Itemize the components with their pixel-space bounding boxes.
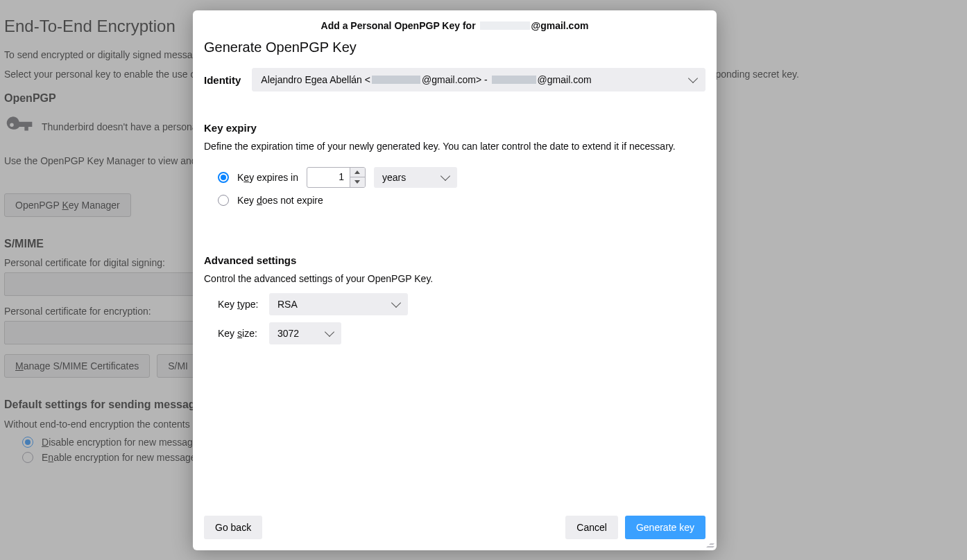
chevron-down-icon: [440, 171, 450, 181]
key-size-select[interactable]: 3072: [269, 322, 341, 344]
triangle-up-icon: [354, 170, 360, 174]
generate-key-dialog: Add a Personal OpenPGP Key for @gmail.co…: [193, 10, 717, 550]
identity-select-value: Alejandro Egea Abellán <@gmail.com> - @g…: [261, 74, 690, 85]
stepper-up-button[interactable]: [350, 168, 365, 178]
key-type-label: Key type:: [218, 299, 261, 310]
expiry-number-input[interactable]: 1: [307, 167, 366, 188]
stepper-down-button[interactable]: [350, 177, 365, 187]
resize-grip-icon[interactable]: [705, 539, 714, 548]
identity-select[interactable]: Alejandro Egea Abellán <@gmail.com> - @g…: [252, 68, 705, 91]
key-not-expire-label: Key does not expire: [237, 195, 323, 206]
key-expires-radio[interactable]: [218, 172, 229, 183]
key-expiry-heading: Key expiry: [204, 122, 705, 134]
advanced-desc: Control the advanced settings of your Op…: [204, 272, 705, 287]
key-expires-label: Key expires in: [237, 172, 298, 183]
key-size-label: Key size:: [218, 328, 261, 339]
cancel-button[interactable]: Cancel: [565, 516, 618, 539]
expiry-unit-value: years: [382, 172, 442, 183]
expiry-number-value: 1: [307, 168, 350, 187]
dialog-heading: Generate OpenPGP Key: [204, 40, 705, 55]
dialog-title: Add a Personal OpenPGP Key for @gmail.co…: [193, 10, 717, 35]
key-size-value: 3072: [277, 328, 326, 339]
generate-key-button[interactable]: Generate key: [625, 516, 705, 539]
expiry-unit-select[interactable]: years: [374, 167, 457, 188]
key-type-select[interactable]: RSA: [269, 293, 408, 315]
redacted-email-user: [480, 21, 530, 30]
key-not-expire-radio[interactable]: [218, 195, 229, 206]
chevron-down-icon: [391, 298, 401, 308]
go-back-button[interactable]: Go back: [204, 516, 262, 539]
triangle-down-icon: [354, 180, 360, 184]
chevron-down-icon: [325, 327, 334, 337]
chevron-down-icon: [688, 73, 698, 83]
key-type-value: RSA: [277, 299, 393, 310]
advanced-heading: Advanced settings: [204, 254, 705, 266]
key-expiry-desc: Define the expiration time of your newly…: [204, 139, 705, 155]
identity-label: Identity: [204, 74, 241, 86]
